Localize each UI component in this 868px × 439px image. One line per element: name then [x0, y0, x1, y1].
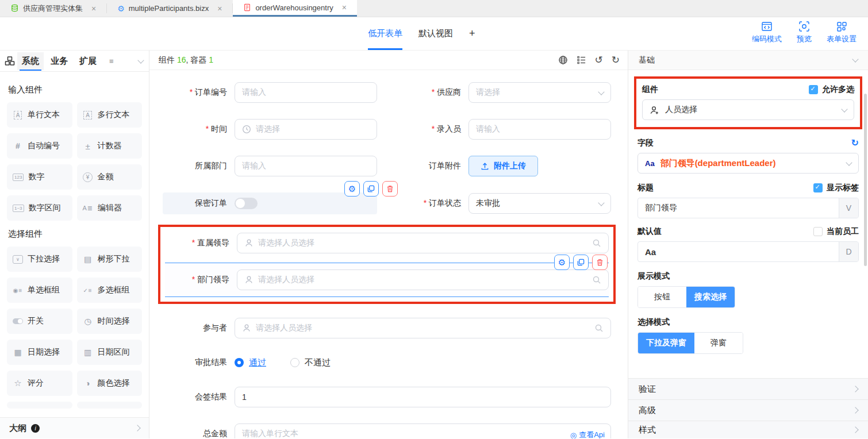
delete-icon[interactable]	[382, 181, 398, 197]
component-tile-time-picker[interactable]: 时间选择	[77, 309, 143, 334]
chevron-down-icon[interactable]	[137, 57, 144, 63]
radio-pass[interactable]	[235, 358, 244, 367]
sidebar-tab-business[interactable]: 业务	[46, 52, 72, 70]
field-time: 时间 请选择	[163, 119, 377, 140]
settings-icon[interactable]	[344, 181, 360, 197]
settings-icon[interactable]	[554, 255, 570, 270]
component-count-label: 组件 16, 容器 1	[159, 55, 213, 66]
component-tile-date-range[interactable]: 日期区间	[77, 340, 143, 365]
add-view-button[interactable]: +	[469, 28, 475, 40]
outline-bar[interactable]: 大纲 i	[0, 417, 149, 438]
inspector-header[interactable]: 基础	[628, 51, 868, 70]
close-icon[interactable]: ×	[217, 4, 222, 13]
current-employee-checkbox[interactable]	[813, 227, 823, 236]
display-mode-button-option[interactable]: 按钮	[638, 287, 686, 307]
close-icon[interactable]: ×	[342, 3, 347, 12]
component-tile-date-picker[interactable]: 日期选择	[7, 340, 72, 365]
component-tile-clipped[interactable]	[77, 402, 143, 409]
accordion-validation[interactable]: 验证	[628, 378, 868, 399]
supplier-select[interactable]: 请选择	[468, 82, 611, 103]
menu-icon[interactable]: ≡	[109, 57, 114, 66]
component-tile-multi-line-text[interactable]: 多行文本	[77, 102, 143, 128]
accordion-advanced[interactable]: 高级	[628, 399, 868, 421]
code-mode-label: 编码模式	[752, 34, 782, 44]
component-tile-switch[interactable]: 开关	[7, 309, 72, 334]
component-tile-number-range[interactable]: 数字区间	[7, 195, 72, 221]
order-status-select[interactable]: 未审批	[468, 193, 611, 214]
field-order-attachment: 订单附件 附件上传	[397, 156, 611, 176]
field-type-badge: Aa	[645, 159, 655, 168]
code-mode-button[interactable]: 编码模式	[752, 21, 782, 44]
display-mode-search-option[interactable]: 搜索选择	[686, 287, 735, 307]
select-mode-dropdown-option[interactable]: 下拉及弹窗	[638, 333, 694, 353]
component-tile-clipped[interactable]	[7, 402, 72, 409]
attachment-upload-button[interactable]: 附件上传	[468, 156, 538, 176]
checkbox-group-icon	[83, 285, 93, 295]
view-api-link[interactable]: ◎查看Api	[570, 430, 605, 438]
secret-order-toggle[interactable]	[235, 198, 258, 209]
component-tile-single-line-text[interactable]: 单行文本	[7, 102, 72, 128]
component-tile-currency[interactable]: 金额	[77, 164, 143, 190]
property-inspector: 基础 组件 允许多选 人员选择 字段	[628, 51, 868, 438]
time-picker-input[interactable]: 请选择	[235, 119, 377, 140]
copy-icon[interactable]	[573, 255, 589, 270]
tab-default-view[interactable]: 默认视图	[418, 17, 453, 50]
bound-field-select[interactable]: Aa 部门领导(departmentLeader)	[637, 153, 859, 174]
default-value-input[interactable]: Aa D	[637, 241, 859, 262]
radio-fail-label[interactable]: 不通过	[305, 357, 331, 368]
radio-pass-label[interactable]: 通过	[249, 357, 266, 368]
order-no-input[interactable]: 请输入	[235, 82, 377, 103]
show-label-checkbox[interactable]	[813, 183, 823, 192]
preview-button[interactable]: 预览	[797, 21, 812, 44]
title-input[interactable]: 部门领导 V	[637, 198, 859, 218]
component-tile-number[interactable]: 数字	[7, 164, 72, 190]
component-tile-color-picker[interactable]: 颜色选择	[77, 371, 143, 396]
components-icon[interactable]	[5, 56, 15, 66]
component-tile-rating[interactable]: 评分	[7, 371, 72, 396]
department-input[interactable]: 请输入	[235, 156, 377, 176]
accordion-style[interactable]: 样式	[628, 421, 868, 438]
default-section-title: 默认值	[637, 226, 662, 237]
participants-person-select[interactable]: 请选择人员选择	[235, 318, 611, 338]
chevron-right-icon	[852, 407, 858, 413]
gear-file-icon: ⚙	[117, 4, 125, 13]
refresh-icon[interactable]	[851, 137, 859, 148]
copy-icon[interactable]	[363, 181, 379, 197]
department-leader-person-select[interactable]: 请选择人员选择	[237, 269, 609, 290]
sidebar-tab-system[interactable]: 系统	[17, 52, 44, 70]
component-tile-dropdown-select[interactable]: 下拉选择	[7, 247, 72, 272]
redo-icon[interactable]	[612, 54, 620, 66]
direct-leader-person-select[interactable]: 请选择人员选择	[237, 233, 609, 253]
tree-dropdown-icon	[83, 254, 93, 264]
select-mode-popup-option[interactable]: 弹窗	[694, 333, 743, 353]
total-amount-input[interactable]: 请输入单行文本 ◎查看Api	[235, 423, 611, 438]
countersign-input[interactable]: 1	[235, 387, 611, 407]
component-tile-auto-number[interactable]: 自动编号	[7, 133, 72, 159]
radio-fail[interactable]	[290, 358, 299, 367]
component-type-select[interactable]: 人员选择	[642, 99, 854, 120]
component-tile-tree-dropdown[interactable]: 树形下拉	[77, 247, 143, 272]
outline-tree-icon[interactable]	[577, 55, 586, 65]
window-tab-multiple-participants[interactable]: ⚙ multipleParticipants.bizx ×	[107, 0, 232, 17]
component-tile-counter[interactable]: 计数器	[77, 133, 143, 159]
variable-toggle-d[interactable]: D	[839, 242, 858, 261]
variable-toggle-v[interactable]: V	[839, 198, 858, 218]
form-settings-button[interactable]: 表单设置	[827, 21, 857, 44]
selected-component-department-leader[interactable]: 部门领导 请选择人员选择	[165, 263, 609, 297]
entry-clerk-input[interactable]: 请输入	[468, 119, 611, 140]
tab-low-code-form[interactable]: 低开表单	[368, 17, 402, 50]
input-component-grid: 单行文本 多行文本 自动编号 计数器 数字 金额 数字区间 编辑器	[7, 102, 142, 221]
globe-icon[interactable]	[558, 55, 568, 65]
component-tile-checkbox-group[interactable]: 多选框组	[77, 278, 143, 303]
undo-icon[interactable]	[595, 54, 603, 66]
sidebar-tab-extension[interactable]: 扩展	[75, 52, 101, 70]
component-tile-editor[interactable]: 编辑器	[77, 195, 143, 221]
window-tab-entity-set[interactable]: 供应商管理实体集 ×	[0, 0, 106, 17]
allow-multiselect-checkbox[interactable]	[809, 85, 818, 94]
close-icon[interactable]: ×	[91, 4, 96, 13]
delete-icon[interactable]	[592, 255, 608, 270]
window-tab-order-warehousing[interactable]: orderWarehousingentry ×	[233, 0, 357, 17]
scrollbar[interactable]	[864, 94, 867, 266]
component-tile-radio-group[interactable]: 单选框组	[7, 278, 72, 303]
time-picker-icon	[83, 316, 93, 326]
